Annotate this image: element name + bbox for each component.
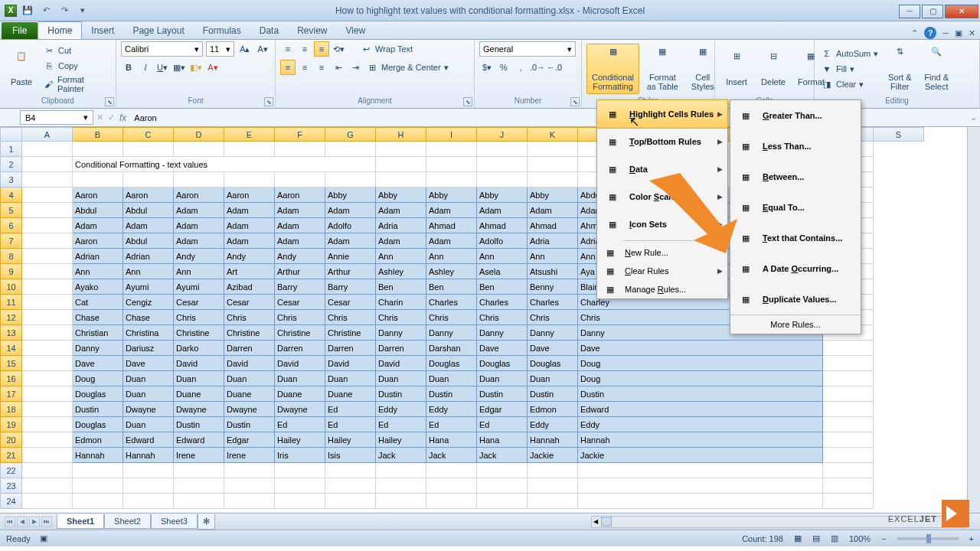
doc-minimize-icon[interactable]: ─ [942,28,949,37]
currency-icon[interactable]: $▾ [479,60,495,75]
font-color-button[interactable]: A▾ [205,60,220,75]
sheet1-tab[interactable]: Sheet1 [57,514,104,529]
cancel-formula-icon[interactable]: ✕ [96,112,103,122]
find-select-button[interactable]: 🔍Find & Select [920,44,953,94]
clipboard-launcher[interactable]: ⬊ [105,97,114,106]
enter-formula-icon[interactable]: ✓ [108,112,115,122]
sort-filter-button[interactable]: ⇅Sort & Filter [883,44,916,94]
align-top-icon[interactable]: ≡ [280,41,296,57]
manage-rules-item[interactable]: ▦Manage Rules... [597,280,727,298]
macro-record-icon[interactable]: ▣ [40,533,47,543]
icon-sets-item[interactable]: ▦Icon Sets▶ [597,210,727,238]
doc-restore-icon[interactable]: ▣ [955,28,962,38]
highlight-cells-rules-item[interactable]: ▦Highlight Cells Rules▶ [596,99,728,129]
name-box[interactable]: B4▾ [20,110,93,125]
date-occurring-item[interactable]: ▦A Date Occurring... [730,253,861,284]
view-tab[interactable]: View [337,22,375,39]
review-tab[interactable]: Review [288,22,336,39]
top-bottom-rules-item[interactable]: ▦Top/Bottom Rules▶ [597,128,727,155]
fill-button[interactable]: ▼Fill▾ [819,62,856,76]
first-sheet-icon[interactable]: ⏮ [5,517,15,527]
bold-button[interactable]: B [121,60,136,75]
clear-button[interactable]: ◨Clear▾ [819,77,865,91]
cut-button[interactable]: ✂Cut [41,44,73,57]
less-than-item[interactable]: ▦Less Than... [730,131,861,161]
expand-formula-icon[interactable]: ⌄ [967,112,980,122]
orientation-icon[interactable]: ⟲▾ [331,41,346,57]
align-right-icon[interactable]: ≡ [314,60,329,75]
conditional-formatting-button[interactable]: ▦Conditional Formatting [586,44,639,94]
format-as-table-button[interactable]: ▦Format as Table [642,44,683,94]
last-sheet-icon[interactable]: ⏭ [41,517,52,527]
wrap-text-button[interactable]: ↩Wrap Text [358,42,414,56]
help-icon[interactable]: ? [924,27,936,39]
font-size-select[interactable]: 11▾ [206,41,234,57]
delete-cells-button[interactable]: ⊟Delete [756,44,790,94]
vertical-scrollbar[interactable] [967,127,980,513]
qat-dropdown-icon[interactable]: ▾ [75,3,90,18]
duplicate-values-item[interactable]: ▦Duplicate Values... [730,284,861,315]
save-icon[interactable]: 💾 [20,3,35,18]
zoom-in-icon[interactable]: + [969,534,974,543]
doc-close-icon[interactable]: ✕ [969,28,975,38]
zoom-level[interactable]: 100% [849,534,871,543]
format-painter-button[interactable]: 🖌Format Painter [41,74,111,94]
between-item[interactable]: ▦Between... [730,161,861,192]
color-scales-item[interactable]: ▦Color Scales▶ [597,183,727,210]
zoom-out-icon[interactable]: − [881,534,886,543]
view-layout-icon[interactable]: ▤ [812,533,820,543]
undo-icon[interactable]: ↶ [38,3,54,18]
maximize-button[interactable]: ▢ [922,5,943,18]
align-bottom-icon[interactable]: ≡ [314,41,329,57]
minimize-ribbon-icon[interactable]: ⌃ [911,28,918,38]
minimize-button[interactable]: ─ [899,5,920,18]
view-break-icon[interactable]: ▥ [831,533,838,543]
underline-button[interactable]: U▾ [155,60,170,75]
increase-decimal-icon[interactable]: .0→ [530,60,545,75]
paste-button[interactable]: 📋Paste [5,44,38,94]
file-tab[interactable]: File [2,22,38,39]
view-normal-icon[interactable]: ▦ [794,533,802,543]
fill-color-button[interactable]: ◧▾ [188,60,204,75]
number-format-select[interactable]: General▾ [479,41,576,57]
sheet2-tab[interactable]: Sheet2 [104,514,151,529]
zoom-slider[interactable] [897,537,959,540]
comma-icon[interactable]: , [513,60,528,75]
font-launcher[interactable]: ⬊ [264,97,273,106]
formulas-tab[interactable]: Formulas [194,22,250,39]
new-rule-item[interactable]: ▦New Rule... [597,243,727,262]
align-center-icon[interactable]: ≡ [297,60,312,75]
greater-than-item[interactable]: ▦Greater Than... [730,100,861,131]
prev-sheet-icon[interactable]: ◀ [17,517,28,527]
redo-icon[interactable]: ↷ [57,3,72,18]
insert-tab[interactable]: Insert [82,22,123,39]
copy-button[interactable]: ⎘Copy [41,59,80,73]
increase-indent-icon[interactable]: ⇥ [348,60,363,75]
decrease-decimal-icon[interactable]: ←.0 [547,60,562,75]
number-launcher[interactable]: ⬊ [570,97,580,106]
decrease-indent-icon[interactable]: ⇤ [331,60,346,75]
align-left-icon[interactable]: ≡ [280,60,296,75]
text-contains-item[interactable]: ▦Text that Contains... [730,223,861,253]
autosum-button[interactable]: ΣAutoSum▾ [819,47,880,60]
next-sheet-icon[interactable]: ▶ [29,517,40,527]
home-tab[interactable]: Home [38,21,82,39]
data-bars-item[interactable]: ▦Data▶ [597,155,727,183]
grow-font-icon[interactable]: A▴ [237,41,252,57]
data-tab[interactable]: Data [250,22,288,39]
more-rules-item[interactable]: More Rules... [730,315,861,334]
shrink-font-icon[interactable]: A▾ [256,41,270,57]
fx-icon[interactable]: fx [119,112,126,123]
new-sheet-button[interactable]: ✻ [198,514,215,530]
font-name-select[interactable]: Calibri▾ [121,41,203,57]
pagelayout-tab[interactable]: Page Layout [123,22,193,39]
percent-icon[interactable]: % [496,60,511,75]
alignment-launcher[interactable]: ⬊ [463,97,472,106]
align-middle-icon[interactable]: ≡ [297,41,312,57]
clear-rules-item[interactable]: ▦Clear Rules▶ [597,262,727,280]
close-button[interactable]: ✕ [945,5,978,18]
equal-to-item[interactable]: ▦Equal To... [730,192,861,223]
italic-button[interactable]: I [138,60,153,75]
merge-center-button[interactable]: ⊞Merge & Center▾ [364,60,450,74]
insert-cells-button[interactable]: ⊞Insert [720,44,753,94]
